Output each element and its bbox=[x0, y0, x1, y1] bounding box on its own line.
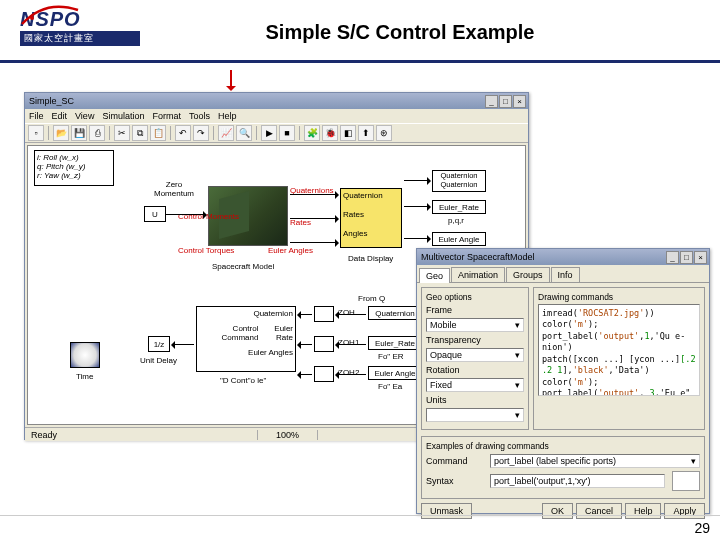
mask-editor-window: Multivector SpacecraftModel _ □ × Geo An… bbox=[416, 248, 710, 514]
toolbar: ▫ 📂 💾 ⎙ ✂ ⧉ 📋 ↶ ↷ 📈 🔍 ▶ ■ 🧩 🐞 ◧ ⬆ ⊛ bbox=[25, 123, 528, 143]
close-button[interactable]: × bbox=[694, 251, 707, 264]
from-er-label: Fo" ER bbox=[378, 352, 404, 361]
close-button[interactable]: × bbox=[513, 95, 526, 108]
graph-icon[interactable]: 📈 bbox=[218, 125, 234, 141]
titlebar[interactable]: Multivector SpacecraftModel _ □ × bbox=[417, 249, 709, 265]
copy-icon[interactable]: ⧉ bbox=[132, 125, 148, 141]
rotation-select[interactable]: Fixed bbox=[426, 378, 524, 392]
annotation-block[interactable]: i: Roll (w_x) q: Pitch (w_y) r: Yaw (w_z… bbox=[34, 150, 114, 186]
zoh2-label: ZOH2 bbox=[338, 368, 359, 377]
tab-animation[interactable]: Animation bbox=[451, 267, 505, 282]
cut-icon[interactable]: ✂ bbox=[114, 125, 130, 141]
page-title: Simple S/C Control Example bbox=[100, 21, 700, 44]
tab-groups[interactable]: Groups bbox=[506, 267, 550, 282]
controller-block[interactable]: Quaternion Control Command Euler Rate Eu… bbox=[196, 306, 296, 372]
clock-block[interactable] bbox=[70, 342, 100, 368]
constant-block[interactable]: U bbox=[144, 206, 166, 222]
paste-icon[interactable]: 📋 bbox=[150, 125, 166, 141]
data-display-label: Data Display bbox=[348, 254, 393, 263]
port-euler-angles: Euler Angles bbox=[268, 246, 313, 255]
menubar: File Edit View Simulation Format Tools H… bbox=[25, 109, 528, 123]
tab-info[interactable]: Info bbox=[551, 267, 580, 282]
port-rates: Rates bbox=[290, 218, 311, 227]
nspo-logo: NSPO 國家太空計畫室 bbox=[20, 8, 140, 56]
footer-divider bbox=[0, 515, 720, 516]
zoom-icon[interactable]: 🔍 bbox=[236, 125, 252, 141]
command-select[interactable]: port_label (label specific ports) bbox=[490, 454, 700, 468]
build-icon[interactable]: ◧ bbox=[340, 125, 356, 141]
pqr-label: p,q,r bbox=[448, 216, 464, 225]
stop-icon[interactable]: ■ bbox=[279, 125, 295, 141]
ok-button[interactable]: OK bbox=[542, 503, 573, 519]
help-button[interactable]: Help bbox=[625, 503, 662, 519]
goto-euler-rate[interactable]: Euler_Rate bbox=[432, 200, 486, 214]
examples-group: Examples of drawing commands Commandport… bbox=[421, 436, 705, 499]
menu-file[interactable]: File bbox=[29, 111, 44, 121]
transparency-select[interactable]: Opaque bbox=[426, 348, 524, 362]
maximize-button[interactable]: □ bbox=[499, 95, 512, 108]
menu-edit[interactable]: Edit bbox=[52, 111, 68, 121]
geo-options-group: Geo options Frame Mobile Transparency Op… bbox=[421, 287, 529, 430]
tabbar: Geo Animation Groups Info bbox=[417, 265, 709, 283]
debug-icon[interactable]: 🐞 bbox=[322, 125, 338, 141]
zoh1-label: ZOH1 bbox=[338, 338, 359, 347]
new-icon[interactable]: ▫ bbox=[28, 125, 44, 141]
controller-label: "D Cont"o le" bbox=[220, 376, 266, 385]
time-label: Time bbox=[76, 372, 93, 381]
spacecraft-model-label: Spacecraft Model bbox=[212, 262, 274, 271]
unmask-button[interactable]: Unmask bbox=[421, 503, 472, 519]
titlebar[interactable]: Simple_SC _ □ × bbox=[25, 93, 528, 109]
lib-icon[interactable]: 🧩 bbox=[304, 125, 320, 141]
from-ea-label: Fo" Ea bbox=[378, 382, 402, 391]
menu-simulation[interactable]: Simulation bbox=[102, 111, 144, 121]
status-ready: Ready bbox=[25, 430, 258, 440]
zoh-label: ZOH bbox=[338, 308, 355, 317]
cancel-button[interactable]: Cancel bbox=[576, 503, 622, 519]
tab-geo[interactable]: Geo bbox=[419, 268, 450, 283]
maximize-button[interactable]: □ bbox=[680, 251, 693, 264]
minimize-button[interactable]: _ bbox=[485, 95, 498, 108]
drawing-commands-group: Drawing commands imread('ROCSAT2.jpg'))c… bbox=[533, 287, 705, 430]
status-zoom: 100% bbox=[258, 430, 318, 440]
port-control-torques: Control Torques bbox=[178, 246, 234, 255]
preview-thumb bbox=[672, 471, 700, 491]
from-q-label: From Q bbox=[358, 294, 385, 303]
drawing-commands-code[interactable]: imread('ROCSAT2.jpg'))color('m'); port_l… bbox=[538, 304, 700, 396]
callout-arrow bbox=[230, 70, 232, 90]
window-title: Simple_SC bbox=[29, 96, 74, 106]
run-icon[interactable]: ▶ bbox=[261, 125, 277, 141]
frame-select[interactable]: Mobile bbox=[426, 318, 524, 332]
unit-delay-label: Unit Delay bbox=[140, 356, 177, 365]
apply-button[interactable]: Apply bbox=[664, 503, 705, 519]
minimize-button[interactable]: _ bbox=[666, 251, 679, 264]
from-quaternion[interactable]: Quaternion bbox=[368, 306, 422, 320]
divider bbox=[0, 60, 720, 63]
toggle-icon[interactable]: ⊛ bbox=[376, 125, 392, 141]
redo-icon[interactable]: ↷ bbox=[193, 125, 209, 141]
from-euler-angle[interactable]: Euler Angle bbox=[368, 366, 422, 380]
up-icon[interactable]: ⬆ bbox=[358, 125, 374, 141]
goto-quaternion[interactable]: Quaternion Quaternion bbox=[432, 170, 486, 192]
save-icon[interactable]: 💾 bbox=[71, 125, 87, 141]
data-display-block[interactable]: Quaternion Rates Angles bbox=[340, 188, 402, 248]
open-icon[interactable]: 📂 bbox=[53, 125, 69, 141]
from-euler-rate[interactable]: Euler_Rate bbox=[368, 336, 422, 350]
zero-momentum-label: Zero Momentum bbox=[144, 180, 204, 198]
menu-tools[interactable]: Tools bbox=[189, 111, 210, 121]
undo-icon[interactable]: ↶ bbox=[175, 125, 191, 141]
menu-format[interactable]: Format bbox=[152, 111, 181, 121]
window-title: Multivector SpacecraftModel bbox=[421, 252, 535, 262]
svg-point-0 bbox=[30, 16, 34, 20]
print-icon[interactable]: ⎙ bbox=[89, 125, 105, 141]
menu-help[interactable]: Help bbox=[218, 111, 237, 121]
goto-euler-angle[interactable]: Euler Angle bbox=[432, 232, 486, 246]
units-select[interactable] bbox=[426, 408, 524, 422]
page-number: 29 bbox=[694, 520, 710, 536]
menu-view[interactable]: View bbox=[75, 111, 94, 121]
syntax-field[interactable]: port_label('output',1,'xy') bbox=[490, 474, 665, 488]
